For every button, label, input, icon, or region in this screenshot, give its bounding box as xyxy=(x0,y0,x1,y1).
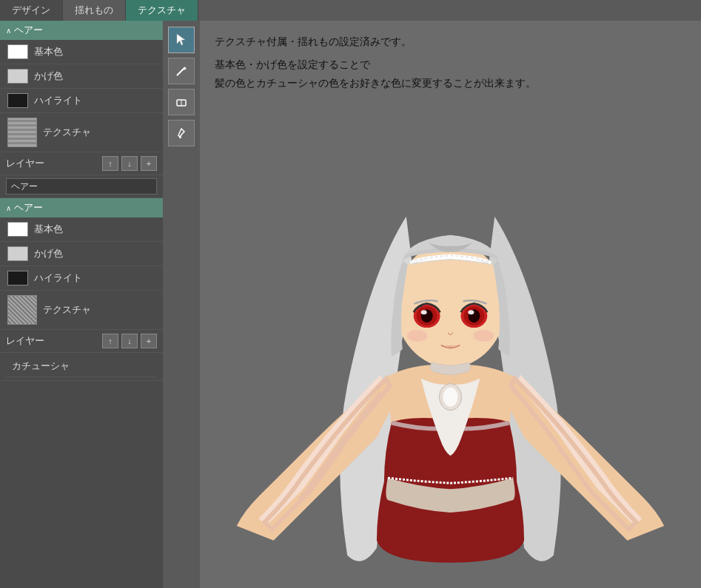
section1-texture-pattern xyxy=(8,118,36,146)
section2-texture-label: テクスチャ xyxy=(43,303,91,317)
section1-title: ヘアー xyxy=(14,24,43,37)
section2-layer-row: レイヤー ↑ ↓ + xyxy=(0,330,163,353)
section2-shadow-color-label: かげ色 xyxy=(34,247,63,260)
toolbar xyxy=(163,21,200,588)
eraser-icon xyxy=(175,95,188,109)
section2-highlight-color-swatch[interactable] xyxy=(7,271,28,285)
section2-shadow-color-row[interactable]: かげ色 xyxy=(0,242,163,266)
section2-texture-pattern xyxy=(8,296,36,324)
section1-basic-color-label: 基本色 xyxy=(34,45,63,58)
section2-basic-color-row[interactable]: 基本色 xyxy=(0,217,163,242)
section1-highlight-color-label: ハイライト xyxy=(34,94,82,107)
section1-basic-color-row[interactable]: 基本色 xyxy=(0,40,163,64)
section1-shadow-color-swatch[interactable] xyxy=(7,69,28,84)
section1-layer-label: レイヤー xyxy=(6,157,99,170)
pencil-icon xyxy=(175,64,188,78)
section2-layer-input-row: カチューシャ xyxy=(0,353,163,381)
character-preview xyxy=(200,104,701,588)
section2-texture-thumb[interactable] xyxy=(7,295,37,325)
section1-layer-down-button[interactable]: ↓ xyxy=(121,156,138,171)
section1-texture-label: テクスチャ xyxy=(43,126,91,139)
svg-point-18 xyxy=(407,330,428,342)
section1-shadow-color-label: かげ色 xyxy=(34,70,63,83)
section1-texture-row[interactable]: テクスチャ xyxy=(0,113,163,152)
section1-chevron-icon: ∧ xyxy=(6,27,11,35)
dropper-tool-button[interactable] xyxy=(168,120,195,146)
pencil-tool-button[interactable] xyxy=(168,58,195,84)
section1-highlight-color-swatch[interactable] xyxy=(7,93,28,108)
section1-shadow-color-row[interactable]: かげ色 xyxy=(0,64,163,89)
section1-layer-input-row xyxy=(0,175,163,198)
section2-chevron-icon: ∧ xyxy=(6,204,11,212)
cursor-tool-button[interactable] xyxy=(168,27,195,53)
section2-basic-color-label: 基本色 xyxy=(34,223,63,236)
section1-layer-up-button[interactable]: ↑ xyxy=(102,156,118,171)
section1-highlight-color-row[interactable]: ハイライト xyxy=(0,89,163,113)
preview-area: テクスチャ付属・揺れもの設定済みです。 基本色・かげ色を設定することで 髪の色と… xyxy=(200,21,701,588)
section1-basic-color-swatch[interactable] xyxy=(7,44,28,59)
svg-point-6 xyxy=(179,136,181,138)
dropper-icon xyxy=(175,126,188,140)
info-text: テクスチャ付属・揺れもの設定済みです。 基本色・かげ色を設定することで 髪の色と… xyxy=(200,21,701,104)
section2-layer-label: レイヤー xyxy=(6,334,99,348)
section2-highlight-color-label: ハイライト xyxy=(34,271,82,285)
section2-layer-down-button[interactable]: ↓ xyxy=(121,334,138,348)
section2-layer-up-button[interactable]: ↑ xyxy=(102,334,118,348)
section2-title: ヘアー xyxy=(14,201,43,214)
cursor-icon xyxy=(175,33,188,47)
info-line2: 基本色・かげ色を設定することで 髪の色とカチューシャの色をお好きな色に変更するこ… xyxy=(215,55,686,92)
section2-texture-row[interactable]: テクスチャ xyxy=(0,291,163,330)
tab-bar: デザイン 揺れもの テクスチャ xyxy=(0,0,701,21)
tab-yuremo[interactable]: 揺れもの xyxy=(63,0,126,21)
section1-texture-thumb[interactable] xyxy=(7,118,37,147)
section1-layer-input[interactable] xyxy=(6,178,157,195)
section2-layer-add-button[interactable]: + xyxy=(141,334,157,348)
section2-category-item[interactable]: カチューシャ xyxy=(6,356,157,377)
info-line1: テクスチャ付属・揺れもの設定済みです。 xyxy=(215,33,686,51)
tab-design[interactable]: デザイン xyxy=(0,0,63,21)
svg-point-13 xyxy=(421,310,427,314)
section1-layer-add-button[interactable]: + xyxy=(141,156,157,171)
section2-header[interactable]: ∧ ヘアー xyxy=(0,198,163,217)
section2-highlight-color-row[interactable]: ハイライト xyxy=(0,266,163,291)
section1-layer-row: レイヤー ↑ ↓ + xyxy=(0,152,163,175)
section2-basic-color-swatch[interactable] xyxy=(7,222,28,237)
svg-point-21 xyxy=(443,388,458,407)
svg-marker-0 xyxy=(177,34,185,45)
svg-point-19 xyxy=(473,330,494,342)
main-content: ∧ ヘアー 基本色 かげ色 ハイライト テクスチャ レイヤー ↑ ↓ + xyxy=(0,21,701,588)
section1-header[interactable]: ∧ ヘアー xyxy=(0,21,163,40)
tab-texture[interactable]: テクスチャ xyxy=(126,0,198,21)
section2-shadow-color-swatch[interactable] xyxy=(7,246,28,261)
character-illustration xyxy=(200,127,701,564)
eraser-tool-button[interactable] xyxy=(168,89,195,115)
sidebar: ∧ ヘアー 基本色 かげ色 ハイライト テクスチャ レイヤー ↑ ↓ + xyxy=(0,21,163,588)
svg-point-17 xyxy=(468,310,474,314)
